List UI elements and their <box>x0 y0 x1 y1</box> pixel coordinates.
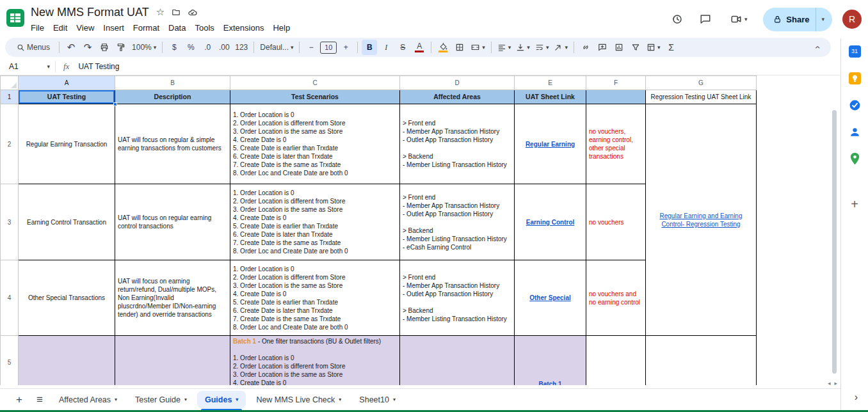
hide-panel-chevron-icon[interactable]: › <box>855 392 858 403</box>
avatar[interactable]: R <box>842 10 862 29</box>
regression-testing-link[interactable]: Regular Earning and Earning Control- Reg… <box>660 212 743 228</box>
contacts-icon[interactable] <box>848 125 861 138</box>
cell-c4[interactable]: 1. Order Location is 0 2. Order Location… <box>230 260 400 336</box>
all-sheets-button[interactable]: ≡ <box>31 391 49 409</box>
column-header-f[interactable]: F <box>586 76 646 90</box>
cell-e1[interactable]: UAT Sheet Link <box>515 90 586 104</box>
column-header-a[interactable]: A <box>19 76 115 90</box>
row-header-1[interactable]: 1 <box>1 90 19 104</box>
menu-help[interactable]: Help <box>268 22 294 33</box>
insert-chart-button[interactable] <box>611 40 627 55</box>
cell-e4[interactable]: Other Special <box>515 260 586 336</box>
cell-f4[interactable]: no vouchers and no earning control <box>586 260 646 336</box>
font-select[interactable]: Defaul...▾ <box>258 40 295 55</box>
fill-color-button[interactable] <box>435 40 451 55</box>
cell-d1[interactable]: Affected Areas <box>400 90 515 104</box>
merge-cells-button[interactable]: ▾ <box>469 40 487 55</box>
cell-d2[interactable]: > Front end - Member App Transaction His… <box>400 104 515 184</box>
cell-c5[interactable]: Batch 1 - One filter transactions (BU & … <box>230 336 400 386</box>
cell-d5[interactable] <box>400 336 515 386</box>
cell-b2[interactable]: UAT will focus on regular & simple earni… <box>115 104 230 184</box>
strikethrough-button[interactable]: S <box>395 40 410 55</box>
more-formats-button[interactable]: 123 <box>233 40 250 55</box>
insert-link-button[interactable] <box>578 40 593 55</box>
cloud-status-icon[interactable] <box>188 8 197 17</box>
cell-b3[interactable]: UAT will focus on regular earning contro… <box>115 184 230 260</box>
tab-guides[interactable]: Guides▾ <box>197 391 246 408</box>
menus-search-button[interactable]: Menus <box>12 40 55 55</box>
menu-file[interactable]: File <box>26 22 49 33</box>
cell-g2-merged[interactable]: Regular Earning and Earning Control- Reg… <box>646 104 757 336</box>
collapse-toolbar-button[interactable]: › <box>809 40 824 55</box>
share-button[interactable]: Share ▾ <box>763 8 832 31</box>
tab-affected-areas[interactable]: Affected Areas▾ <box>51 391 125 408</box>
keep-icon[interactable] <box>848 72 861 84</box>
tasks-icon[interactable] <box>848 99 861 111</box>
format-percent-button[interactable]: % <box>183 40 198 55</box>
cell-e3[interactable]: Earning Control <box>515 184 586 260</box>
tab-sheet10[interactable]: Sheet10▾ <box>351 391 403 408</box>
select-all-corner[interactable] <box>1 76 19 90</box>
add-sheet-button[interactable]: + <box>10 391 28 409</box>
column-header-g[interactable]: G <box>646 76 757 90</box>
column-header-e[interactable]: E <box>515 76 586 90</box>
formula-input[interactable]: UAT Testing <box>78 62 119 71</box>
cell-a4[interactable]: Other Special Transactions <box>19 260 115 336</box>
column-header-d[interactable]: D <box>400 76 515 90</box>
cell-d4[interactable]: > Front end - Member App Transaction His… <box>400 260 515 336</box>
text-rotation-button[interactable]: ▾ <box>552 40 570 55</box>
vertical-align-button[interactable]: ▾ <box>514 40 532 55</box>
cell-f3[interactable]: no vouchers <box>586 184 646 260</box>
paint-format-button[interactable] <box>113 40 129 55</box>
cell-c3[interactable]: 1. Order Location is 0 2. Order Location… <box>230 184 400 260</box>
meet-video-icon[interactable]: ▾ <box>725 10 753 28</box>
column-header-b[interactable]: B <box>115 76 230 90</box>
sheets-logo-icon[interactable] <box>6 9 24 29</box>
borders-button[interactable] <box>452 40 467 55</box>
menu-extensions[interactable]: Extensions <box>219 22 269 33</box>
vertical-scrollbar[interactable] <box>832 110 837 374</box>
print-button[interactable] <box>97 40 112 55</box>
scroll-left-icon[interactable]: ◂ <box>828 380 831 386</box>
scroll-right-icon[interactable]: ▸ <box>834 380 837 386</box>
create-filter-button[interactable] <box>628 40 643 55</box>
cell-a2[interactable]: Regular Earning Transaction <box>19 104 115 184</box>
add-addon-button[interactable]: + <box>851 197 858 212</box>
cell-a3[interactable]: Earning Control Transaction <box>19 184 115 260</box>
menu-view[interactable]: View <box>72 22 99 33</box>
maps-icon[interactable] <box>848 152 861 165</box>
decrease-font-size-button[interactable]: − <box>303 40 319 55</box>
row-header-5[interactable]: 5 <box>1 336 19 386</box>
earning-control-link[interactable]: Earning Control <box>526 219 575 226</box>
row-header-4[interactable]: 4 <box>1 260 19 336</box>
row-header-3[interactable]: 3 <box>1 184 19 260</box>
tab-tester-guide[interactable]: Tester Guide▾ <box>127 391 195 408</box>
version-history-icon[interactable] <box>668 10 686 28</box>
menu-data[interactable]: Data <box>164 22 190 33</box>
menu-tools[interactable]: Tools <box>190 22 218 33</box>
comment-history-icon[interactable] <box>696 10 714 28</box>
tab-new-mms-live-check[interactable]: New MMS Live Check▾ <box>248 391 349 408</box>
functions-button[interactable]: Σ <box>663 40 679 55</box>
cell-g5[interactable] <box>646 336 757 386</box>
cell-f1[interactable] <box>586 90 646 104</box>
menu-insert[interactable]: Insert <box>99 22 129 33</box>
cell-d3[interactable]: > Front end - Member App Transaction His… <box>400 184 515 260</box>
cell-g1[interactable]: Regression Testing UAT Sheet Link <box>646 90 757 104</box>
name-box[interactable]: A1 ▾ <box>0 62 55 71</box>
cell-a5[interactable] <box>19 336 115 386</box>
cell-c1[interactable]: Test Scenarios <box>230 90 400 104</box>
increase-decimal-button[interactable]: .00 <box>216 40 232 55</box>
move-folder-icon[interactable] <box>172 8 181 17</box>
cell-f5[interactable] <box>586 336 646 386</box>
cell-f2[interactable]: no vouchers, earning control, other spec… <box>586 104 646 184</box>
table-views-button[interactable]: ▾ <box>645 40 663 55</box>
fill-handle[interactable] <box>113 102 117 106</box>
document-title[interactable]: New MMS Format UAT <box>31 6 149 19</box>
undo-button[interactable]: ↶ <box>63 40 79 55</box>
cell-e5[interactable]: Batch 1 <box>515 336 586 386</box>
cell-c2[interactable]: 1. Order Location is 0 2. Order Location… <box>230 104 400 184</box>
column-header-c[interactable]: C <box>230 76 400 90</box>
star-icon[interactable]: ☆ <box>156 6 165 18</box>
horizontal-scroll-arrows[interactable]: ◂ ▸ <box>828 380 837 386</box>
